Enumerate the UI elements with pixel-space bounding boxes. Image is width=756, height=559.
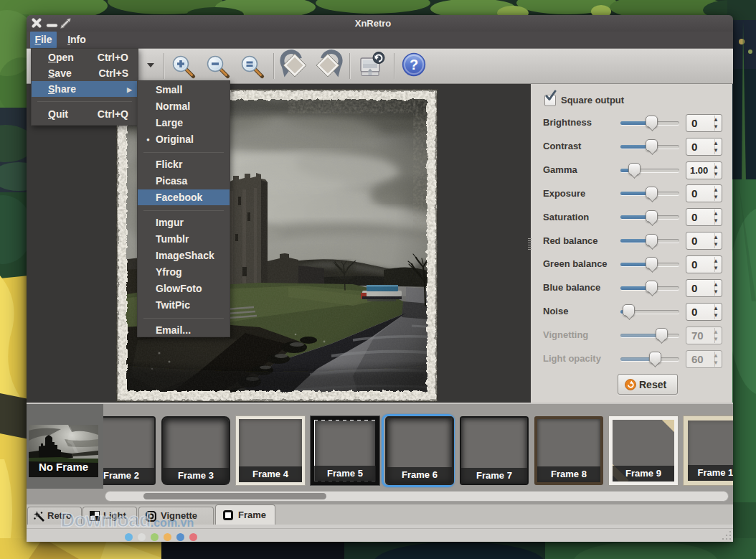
svg-text:XnRetro: XnRetro xyxy=(355,18,392,29)
svg-text:?: ? xyxy=(410,57,418,72)
